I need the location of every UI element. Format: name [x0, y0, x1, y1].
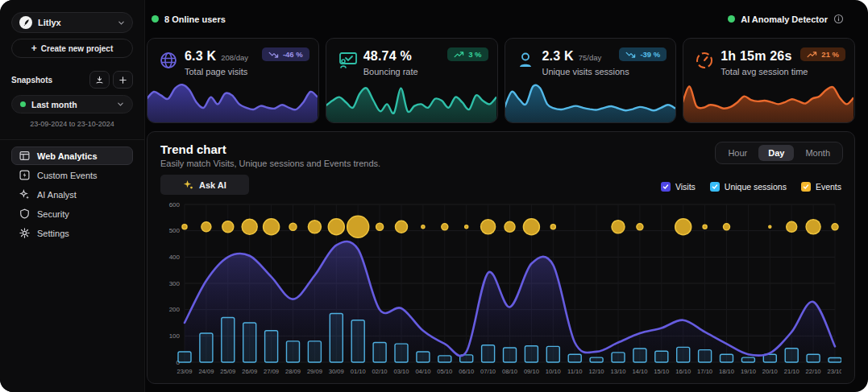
svg-text:21/10: 21/10	[784, 368, 799, 375]
svg-text:10/10: 10/10	[546, 368, 561, 375]
svg-text:16/10: 16/10	[675, 368, 691, 375]
stat-value: 48.74 %	[363, 49, 412, 64]
sidebar-item-label: AI Analyst	[37, 190, 77, 200]
trend-badge: -46 %	[262, 47, 309, 61]
svg-text:200: 200	[169, 306, 181, 313]
chevron-down-icon	[118, 19, 125, 27]
svg-text:22/10: 22/10	[806, 368, 821, 375]
globe-icon	[159, 51, 178, 73]
svg-text:100: 100	[169, 332, 181, 340]
main-area: 8 Online users AI Anomaly Detector 6.3 K…	[145, 0, 868, 392]
legend-unique-sessions[interactable]: Unique sessions	[710, 182, 787, 192]
legend-visits[interactable]: Visits	[661, 182, 696, 192]
svg-text:20/10: 20/10	[762, 368, 778, 375]
checkbox-icon[interactable]	[661, 182, 671, 192]
plus-icon: +	[31, 43, 37, 54]
svg-text:17/10: 17/10	[697, 368, 712, 375]
stat-value: 2.3 K	[542, 49, 574, 64]
web-analytics-icon	[19, 151, 30, 161]
stat-label: Unique visits sessions	[542, 67, 629, 76]
trend-badge: -39 %	[619, 47, 667, 61]
sidebar-item-security[interactable]: Security	[11, 204, 133, 223]
ask-ai-button[interactable]: Ask AI	[160, 175, 249, 195]
timer-icon	[695, 51, 714, 73]
svg-text:14/10: 14/10	[632, 368, 647, 375]
snapshot-date-range: 23-09-2024 to 23-10-2024	[11, 120, 133, 128]
sidebar-item-settings[interactable]: Settings	[11, 224, 133, 242]
svg-text:400: 400	[169, 254, 181, 261]
add-snapshot-button[interactable]	[113, 71, 133, 89]
tab-hour[interactable]: Hour	[718, 145, 757, 161]
svg-text:11/10: 11/10	[567, 368, 582, 375]
sidebar-item-label: Settings	[37, 229, 69, 238]
sparkle-icon	[183, 179, 193, 190]
trend-up-icon	[807, 52, 817, 58]
trend-up-icon	[454, 52, 464, 58]
stat-cards: 6.3 K208/dayTotal page visits-46 %48.74 …	[147, 38, 855, 123]
stat-per-day: 208/day	[221, 53, 248, 62]
litlyx-logo-icon	[19, 16, 32, 29]
interval-tabs: HourDayMonth	[715, 142, 843, 164]
online-status-dot	[152, 15, 159, 23]
sidebar-item-label: Custom Events	[37, 171, 98, 180]
trend-badge: 21 %	[800, 47, 845, 61]
sidebar-item-ai-analyst[interactable]: AI Analyst	[11, 185, 133, 204]
ai-anomaly-detector: AI Anomaly Detector	[728, 14, 844, 24]
sidebar-item-label: Security	[37, 209, 69, 219]
svg-text:500: 500	[169, 227, 181, 234]
svg-text:07/10: 07/10	[480, 368, 496, 375]
trend-chart-panel: Trend chart Easily match Visits, Unique …	[147, 131, 855, 384]
svg-text:29/09: 29/09	[307, 368, 322, 375]
stat-value: 6.3 K	[185, 49, 216, 64]
svg-text:18/10: 18/10	[719, 368, 734, 375]
svg-text:13/10: 13/10	[610, 368, 625, 375]
sidebar-divider	[0, 139, 144, 140]
tab-day[interactable]: Day	[758, 145, 794, 161]
download-icon	[95, 76, 104, 85]
svg-text:23/09: 23/09	[177, 368, 192, 375]
svg-text:600: 600	[169, 201, 181, 208]
stat-card-person: 2.3 K75/dayUnique visits sessions-39 %	[505, 38, 677, 123]
trend-chart: 010020030040050060023/0924/0925/0926/092…	[160, 200, 841, 382]
checkbox-icon[interactable]	[801, 182, 811, 192]
sidebar-item-web-analytics[interactable]: Web Analytics	[11, 146, 133, 165]
info-icon[interactable]	[833, 14, 844, 24]
trend-chart-svg: 010020030040050060023/0924/0925/0926/092…	[160, 200, 841, 378]
sidebar-item-custom-events[interactable]: Custom Events	[11, 166, 133, 184]
svg-text:19/10: 19/10	[741, 368, 756, 375]
checkbox-icon[interactable]	[710, 182, 720, 192]
settings-icon	[19, 228, 30, 238]
svg-text:30/09: 30/09	[329, 368, 344, 375]
svg-text:04/10: 04/10	[415, 368, 430, 375]
svg-text:05/10: 05/10	[437, 368, 452, 375]
ai-analyst-icon	[19, 189, 30, 200]
svg-text:02/10: 02/10	[372, 368, 388, 375]
svg-text:12/10: 12/10	[589, 368, 604, 375]
period-select[interactable]: Last month	[11, 95, 133, 113]
svg-text:24/09: 24/09	[198, 368, 214, 375]
svg-text:28/09: 28/09	[285, 368, 301, 375]
trend-down-icon	[268, 52, 279, 58]
export-snapshot-button[interactable]	[89, 71, 110, 89]
tab-month[interactable]: Month	[795, 145, 840, 161]
svg-text:26/09: 26/09	[242, 368, 257, 375]
stat-label: Total page visits	[185, 67, 247, 76]
online-users: 8 Online users	[152, 14, 226, 24]
legend-events[interactable]: Events	[801, 182, 841, 192]
svg-text:23/10: 23/10	[827, 368, 841, 375]
app-window: Litlyx + Create new project Snapshots La…	[0, 0, 868, 392]
stat-card-globe: 6.3 K208/dayTotal page visits-46 %	[147, 38, 319, 123]
svg-text:09/10: 09/10	[524, 368, 539, 375]
svg-text:01/10: 01/10	[351, 368, 366, 375]
security-icon	[19, 208, 30, 219]
topbar: 8 Online users AI Anomaly Detector	[147, 0, 855, 38]
sidebar: Litlyx + Create new project Snapshots La…	[0, 0, 145, 392]
chevron-down-icon	[117, 101, 124, 108]
create-project-button[interactable]: + Create new project	[11, 39, 133, 58]
sidebar-item-label: Web Analytics	[37, 151, 98, 161]
anomaly-status-dot	[728, 15, 735, 23]
svg-text:27/09: 27/09	[264, 368, 279, 375]
bounce-icon	[338, 51, 359, 73]
project-selector[interactable]: Litlyx	[11, 12, 133, 33]
trend-badge: 3 %	[447, 47, 488, 61]
